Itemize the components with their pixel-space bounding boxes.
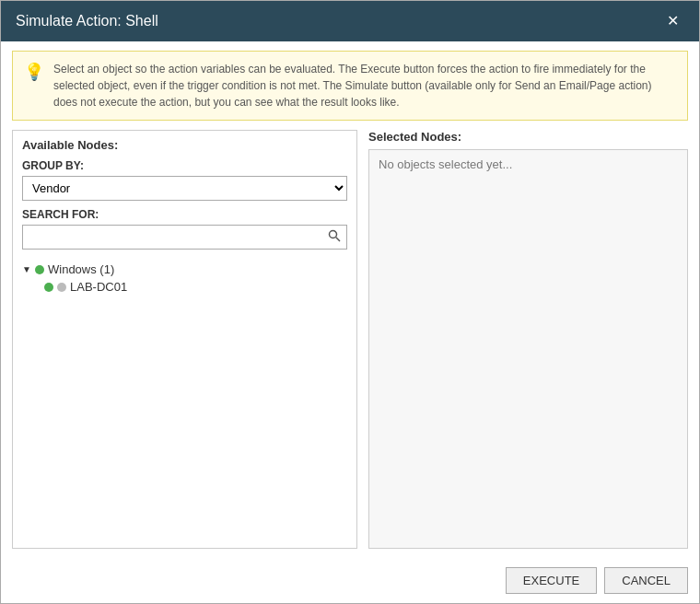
search-section: SEARCH FOR: (13, 204, 356, 257)
dialog-body: Available Nodes: GROUP BY: Vendor SEARCH… (1, 130, 699, 560)
info-text: Select an object so the action variables… (53, 61, 676, 110)
info-icon: 💡 (24, 62, 44, 82)
left-panel: Available Nodes: GROUP BY: Vendor SEARCH… (12, 130, 357, 549)
search-icon (328, 229, 341, 242)
available-nodes-label: Available Nodes: (13, 131, 356, 156)
item-status-dot-gray (57, 283, 66, 292)
cancel-button[interactable]: CANCEL (604, 567, 688, 594)
group-by-label: GROUP BY: (22, 159, 347, 172)
right-panel: Selected Nodes: No objects selected yet.… (368, 130, 688, 549)
simulate-action-dialog: Simulate Action: Shell ✕ 💡 Select an obj… (0, 0, 700, 604)
search-button[interactable] (322, 226, 346, 249)
svg-point-0 (330, 231, 337, 238)
selected-nodes-box: No objects selected yet... (368, 149, 688, 549)
search-label: SEARCH FOR: (22, 208, 347, 221)
info-banner: 💡 Select an object so the action variabl… (12, 51, 688, 121)
dialog-footer: EXECUTE CANCEL (1, 560, 699, 603)
selected-nodes-label: Selected Nodes: (368, 130, 688, 149)
execute-button[interactable]: EXECUTE (506, 567, 597, 594)
group-by-section: GROUP BY: Vendor (13, 156, 356, 204)
tree-arrow: ▼ (22, 264, 31, 274)
dialog-title: Simulate Action: Shell (16, 13, 158, 29)
item-status-dot-green (44, 283, 53, 292)
search-input[interactable] (23, 226, 322, 248)
svg-line-1 (336, 238, 340, 241)
close-button[interactable]: ✕ (661, 12, 684, 30)
search-row (22, 225, 347, 250)
tree-group-windows[interactable]: ▼ Windows (1) (22, 261, 347, 278)
no-selection-text: No objects selected yet... (379, 157, 512, 171)
dialog-header: Simulate Action: Shell ✕ (1, 1, 699, 41)
tree-item-label: LAB-DC01 (70, 280, 127, 294)
group-status-dot-green (35, 265, 44, 274)
tree-item-lab-dc01[interactable]: LAB-DC01 (22, 278, 347, 296)
group-by-select[interactable]: Vendor (22, 176, 347, 201)
tree-area: ▼ Windows (1) LAB-DC01 (13, 257, 356, 548)
tree-group-label: Windows (1) (48, 262, 114, 276)
